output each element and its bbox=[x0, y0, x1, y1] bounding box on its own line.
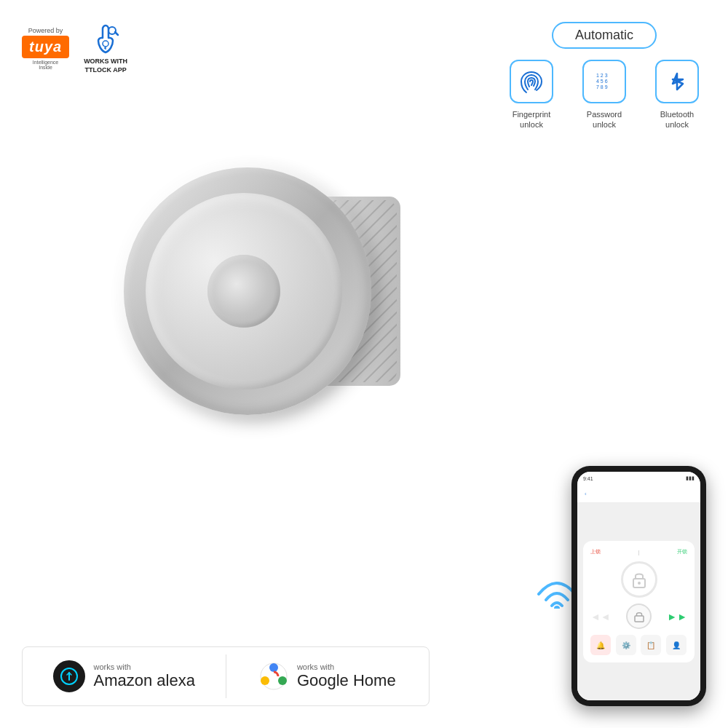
top-right-features: Automatic Fingerprintunlock bbox=[502, 22, 706, 130]
google-brand-name: Google Home bbox=[297, 671, 396, 690]
bluetooth-unlock-item: Bluetoothunlock bbox=[648, 60, 706, 130]
powered-by-label: Powered by bbox=[28, 27, 63, 34]
google-works-with: works with bbox=[297, 662, 396, 671]
unlock-icons-row: Fingerprintunlock 1 2 3 4 5 6 7 8 9 Pass… bbox=[502, 60, 706, 130]
svg-point-0 bbox=[108, 27, 116, 34]
svg-point-10 bbox=[554, 606, 560, 609]
phone-outer: 9:41 ▮▮▮ ‹ 上锁 | 开锁 bbox=[571, 466, 706, 706]
bluetooth-unlock-label: Bluetoothunlock bbox=[660, 109, 694, 130]
cylinder-center bbox=[207, 255, 280, 328]
password-icon-box: 1 2 3 4 5 6 7 8 9 bbox=[582, 60, 626, 103]
ttlock-icon bbox=[91, 22, 120, 55]
arrow-left-icon: ◄◄ bbox=[590, 611, 611, 622]
password-unlock-label: Passwordunlock bbox=[587, 109, 622, 130]
phone-grid-item-3: 📋 bbox=[641, 635, 661, 655]
svg-point-17 bbox=[261, 676, 269, 685]
svg-text:7 8 9: 7 8 9 bbox=[596, 84, 608, 90]
arrow-right-icon: ►► bbox=[667, 611, 687, 622]
phone-back-button: ‹ bbox=[585, 491, 587, 497]
google-section: works with Google Home bbox=[226, 649, 430, 704]
lock-divider: | bbox=[638, 550, 640, 555]
phone-center-button bbox=[626, 604, 652, 629]
svg-rect-13 bbox=[635, 616, 644, 622]
bluetooth-icon-box bbox=[655, 60, 699, 103]
svg-text:4 5 6: 4 5 6 bbox=[596, 79, 608, 84]
google-text: works with Google Home bbox=[297, 662, 396, 690]
alexa-section: works with Amazon alexa bbox=[23, 647, 226, 705]
fingerprint-unlock-item: Fingerprintunlock bbox=[502, 60, 561, 130]
alexa-logo bbox=[53, 660, 85, 692]
bluetooth-icon bbox=[663, 68, 691, 95]
svg-point-12 bbox=[638, 582, 641, 585]
lock-label-locked: 上锁 bbox=[590, 548, 601, 555]
fingerprint-unlock-label: Fingerprintunlock bbox=[513, 109, 551, 130]
svg-point-16 bbox=[278, 676, 287, 685]
intelligence-inside-label: IntelligenceInside bbox=[33, 60, 58, 70]
phone-grid-item-2: ⚙️ bbox=[616, 635, 636, 655]
automatic-badge: Automatic bbox=[552, 22, 657, 49]
alexa-inner-ring bbox=[60, 668, 78, 685]
fingerprint-icon bbox=[518, 68, 545, 95]
lock-cylinder bbox=[51, 153, 400, 430]
alexa-brand-name: Amazon alexa bbox=[94, 671, 195, 690]
svg-point-15 bbox=[269, 663, 278, 672]
partner-logos: works with Amazon alexa works with Goo bbox=[22, 646, 430, 706]
svg-text:1 2 3: 1 2 3 bbox=[596, 73, 608, 78]
phone-status-bar: 9:41 ▮▮▮ bbox=[577, 472, 700, 485]
lock-icon bbox=[629, 569, 649, 590]
phone-battery: ▮▮▮ bbox=[686, 475, 695, 481]
fingerprint-icon-box bbox=[510, 60, 553, 103]
phone-lock-ui: 上锁 | 开锁 ◄◄ bbox=[583, 541, 695, 662]
google-logo bbox=[259, 662, 288, 691]
top-left-logos: Powered by tuya IntelligenceInside WORKS… bbox=[22, 22, 127, 74]
tuya-badge: Powered by tuya IntelligenceInside bbox=[22, 27, 69, 70]
svg-line-1 bbox=[115, 32, 118, 35]
phone-lock-small bbox=[633, 610, 646, 623]
phone-grid-item-1: 🔔 bbox=[590, 635, 611, 655]
lock-label-unlocked: 开锁 bbox=[677, 548, 687, 555]
product-image-area bbox=[0, 87, 451, 495]
ttlock-badge: WORKS WITHTTLOCK APP bbox=[84, 22, 127, 74]
alexa-icon bbox=[64, 671, 74, 681]
phone-content: 上锁 | 开锁 ◄◄ bbox=[577, 503, 700, 700]
alexa-works-with: works with bbox=[94, 662, 195, 671]
alexa-text: works with Amazon alexa bbox=[94, 662, 195, 690]
lock-status-bar: 上锁 | 开锁 bbox=[590, 548, 687, 555]
phone-lock-circle bbox=[621, 561, 657, 598]
phone-icons-grid: 🔔 ⚙️ 📋 👤 bbox=[590, 635, 687, 655]
tuya-logo: tuya bbox=[22, 36, 69, 58]
password-unlock-item: 1 2 3 4 5 6 7 8 9 Passwordunlock bbox=[575, 60, 633, 130]
phone-time: 9:41 bbox=[583, 476, 593, 481]
ttlock-label: WORKS WITHTTLOCK APP bbox=[84, 58, 127, 74]
phone-arrow-row: ◄◄ ►► bbox=[590, 604, 687, 629]
phone-nav: ‹ bbox=[577, 485, 700, 503]
phone-screen: 9:41 ▮▮▮ ‹ 上锁 | 开锁 bbox=[577, 472, 700, 700]
svg-point-2 bbox=[103, 41, 108, 47]
phone-mockup: 9:41 ▮▮▮ ‹ 上锁 | 开锁 bbox=[571, 466, 706, 706]
password-icon: 1 2 3 4 5 6 7 8 9 bbox=[590, 68, 618, 95]
phone-grid-item-4: 👤 bbox=[666, 635, 687, 655]
product-page: Powered by tuya IntelligenceInside WORKS… bbox=[0, 0, 728, 728]
